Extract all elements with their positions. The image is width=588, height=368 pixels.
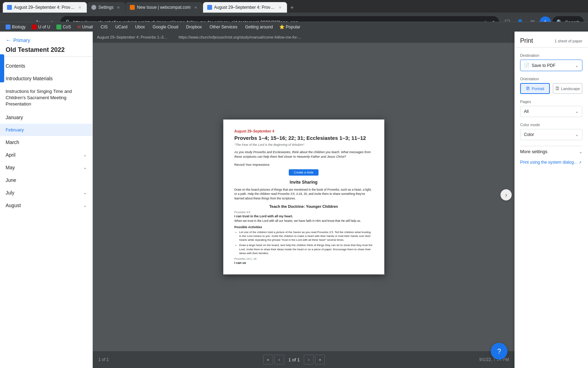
print-page-subtitle: "The Fear of the Lord is the Beginning o… bbox=[234, 143, 373, 146]
bookmark-popular[interactable]: ⭐Popular bbox=[276, 24, 303, 30]
print-invite-sharing-body: Draw on the board pictures of things tha… bbox=[234, 188, 373, 201]
april-chevron-icon: ⌄ bbox=[83, 152, 87, 157]
sidebar-nav: Contents Introductory Materials Instruct… bbox=[0, 57, 92, 368]
print-preview-area: August 29–September 4: Proverbs 1–3… htt… bbox=[93, 32, 514, 368]
tab-2-favicon bbox=[91, 5, 96, 10]
sidebar-item-july[interactable]: July ⌄ bbox=[0, 186, 92, 199]
tab-1-title: August 29–September 4: Prove… bbox=[14, 5, 75, 10]
sidebar-item-contents[interactable]: Contents bbox=[0, 60, 92, 72]
destination-label: Destination bbox=[520, 53, 582, 57]
tab-4-favicon bbox=[207, 5, 212, 10]
bookmark-other-services[interactable]: Other Services bbox=[205, 24, 240, 30]
sidebar-back-button[interactable]: ← Primary bbox=[6, 37, 87, 43]
print-nav-last[interactable]: » bbox=[315, 355, 325, 364]
back-arrow-icon: ← bbox=[6, 37, 11, 43]
print-create-note-button[interactable]: Create a Note bbox=[289, 169, 318, 176]
print-nav-controls: « ‹ 1 of 1 › » bbox=[263, 355, 325, 364]
destination-select[interactable]: 📄 Save to PDF ⌄ bbox=[520, 60, 582, 71]
cos-favicon bbox=[56, 25, 61, 29]
tab-1-close[interactable]: ✕ bbox=[77, 5, 83, 10]
print-header-left: August 29–September 4: Proverbs 1–3… bbox=[97, 35, 167, 39]
print-sheets-count: 1 sheet of paper bbox=[554, 39, 582, 43]
print-doctrine2-partial: I can us bbox=[234, 261, 373, 265]
sidebar-item-april[interactable]: April ⌄ bbox=[0, 149, 92, 161]
bookmark-ubox[interactable]: Ubox bbox=[131, 24, 148, 30]
sidebar-item-instructions[interactable]: Instructions for Singing Time and Childr… bbox=[0, 85, 92, 111]
pages-select[interactable]: All ⌄ bbox=[520, 106, 582, 117]
print-footer: 1 of 1 « ‹ 1 of 1 › » 9/1/22, 7:14 PM bbox=[93, 351, 514, 368]
landscape-icon: 🖺 bbox=[555, 86, 560, 91]
pages-group: Pages All ⌄ bbox=[520, 100, 582, 117]
umail-favicon: ✉ bbox=[77, 25, 81, 29]
print-page-title: Proverbs 1–4; 15–16; 22; 31; Ecclesiaste… bbox=[234, 135, 373, 142]
tab-3-favicon bbox=[130, 5, 135, 10]
sidebar-item-may[interactable]: May ⌄ bbox=[0, 161, 92, 174]
print-bullet-2: Draw a large heart on the board, and hel… bbox=[239, 243, 373, 255]
august-chevron-icon: ⌄ bbox=[83, 203, 87, 208]
tab-3-close[interactable]: ✕ bbox=[193, 5, 198, 10]
print-teach-doctrine-title: Teach the Doctrine: Younger Children bbox=[234, 204, 373, 209]
sidebar-item-march[interactable]: March bbox=[0, 136, 92, 149]
external-link-icon: ↗ bbox=[579, 161, 581, 164]
bookmark-cos[interactable]: CoS bbox=[54, 24, 74, 30]
bookmark-cis[interactable]: CIS bbox=[96, 24, 110, 30]
print-nav-next[interactable]: › bbox=[304, 355, 314, 364]
color-label: Color mode bbox=[520, 123, 582, 127]
bookmark-uofu[interactable]: U of U bbox=[29, 24, 53, 30]
sidebar-item-january[interactable]: January bbox=[0, 111, 92, 124]
sidebar-item-august[interactable]: August ⌄ bbox=[0, 199, 92, 212]
chat-button[interactable]: ? bbox=[491, 343, 507, 360]
pages-chevron-icon: ⌄ bbox=[575, 109, 579, 114]
new-tab-button[interactable]: + bbox=[287, 3, 297, 13]
uofu-favicon bbox=[32, 25, 37, 29]
print-settings-header: Print 1 sheet of paper bbox=[514, 32, 588, 48]
orientation-label: Orientation bbox=[520, 77, 582, 81]
bookmark-biology[interactable]: Biology bbox=[3, 24, 28, 30]
content-nav-right-arrow[interactable]: › bbox=[500, 189, 512, 200]
print-intro-text: As you study Proverbs and Ecclesiastes, … bbox=[234, 150, 373, 159]
sidebar-back-label: Primary bbox=[13, 38, 30, 43]
more-settings-row[interactable]: More settings ⌄ bbox=[520, 146, 582, 157]
tab-4-close[interactable]: ✕ bbox=[277, 5, 283, 10]
portrait-button[interactable]: 🖹 Portrait bbox=[520, 83, 550, 94]
tab-2[interactable]: Settings ✕ bbox=[87, 2, 125, 13]
print-doctrine1-body: When we trust in the Lord with all our h… bbox=[234, 219, 373, 223]
tab-3[interactable]: New Issue | webcompat.com ✕ bbox=[126, 2, 202, 13]
bookmark-umail[interactable]: ✉Umail bbox=[75, 24, 96, 30]
print-page: August 29–September 4 Proverbs 1–4; 15–1… bbox=[223, 120, 384, 274]
color-chevron-icon: ⌄ bbox=[575, 132, 579, 137]
print-create-note-container: Create a Note bbox=[234, 169, 373, 176]
print-nav-prev[interactable]: ‹ bbox=[274, 355, 284, 364]
destination-group: Destination 📄 Save to PDF ⌄ bbox=[520, 53, 582, 71]
bookmark-getting-around[interactable]: Getting around bbox=[241, 24, 275, 30]
bookmark-ucard[interactable]: UCard bbox=[111, 24, 130, 30]
orientation-group: Orientation 🖹 Portrait 🖺 Landscape bbox=[520, 77, 582, 94]
print-footer-left: 1 of 1 bbox=[98, 357, 109, 362]
tab-2-close[interactable]: ✕ bbox=[115, 5, 121, 10]
pages-label: Pages bbox=[520, 100, 582, 104]
more-settings-label: More settings bbox=[520, 149, 547, 154]
landscape-button[interactable]: 🖺 Landscape bbox=[553, 83, 582, 94]
sidebar-item-february[interactable]: February bbox=[0, 124, 92, 136]
orientation-buttons: 🖹 Portrait 🖺 Landscape bbox=[520, 83, 582, 94]
tab-3-title: New Issue | webcompat.com bbox=[137, 5, 190, 10]
print-header-right: https://www.churchofjesuschrist.org/stud… bbox=[178, 35, 301, 39]
biology-favicon bbox=[6, 25, 10, 29]
sidebar-item-june[interactable]: June bbox=[0, 174, 92, 186]
bookmark-google-cloud[interactable]: Google Cloud bbox=[148, 24, 181, 30]
print-system-dialog-link[interactable]: Print using the system dialog... ↗ bbox=[520, 160, 582, 165]
tab-4[interactable]: August 29–September 4: Prove… ✕ bbox=[203, 2, 287, 13]
july-chevron-icon: ⌄ bbox=[83, 190, 87, 195]
bookmark-dropbox[interactable]: Dropbox bbox=[182, 24, 205, 30]
print-bullet-1: Let one of the children hold a picture o… bbox=[239, 230, 373, 242]
sidebar-item-introductory[interactable]: Introductory Materials bbox=[0, 72, 92, 85]
tab-1-favicon bbox=[7, 5, 12, 10]
print-record-impressions: Record Your Impressions bbox=[234, 163, 373, 166]
tab-1[interactable]: August 29–September 4: Prove… ✕ bbox=[3, 2, 87, 13]
color-select[interactable]: Color ⌄ bbox=[520, 129, 582, 140]
sidebar-header: ← Primary Old Testament 2022 bbox=[0, 32, 92, 57]
print-nav-first[interactable]: « bbox=[263, 355, 273, 364]
sidebar: ← Primary Old Testament 2022 Contents In… bbox=[0, 32, 93, 368]
print-preview-container: August 29–September 4 Proverbs 1–4; 15–1… bbox=[93, 43, 514, 351]
color-group: Color mode Color ⌄ bbox=[520, 123, 582, 140]
